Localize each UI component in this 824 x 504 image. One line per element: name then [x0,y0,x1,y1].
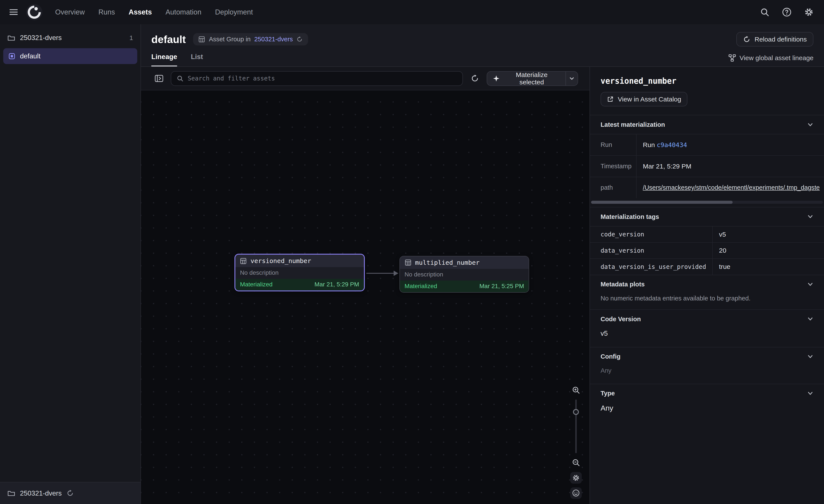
app-root: Overview Runs Assets Automation Deployme… [0,0,824,504]
global-lineage-label: View global asset lineage [740,54,814,61]
sidebar-group-row[interactable]: 250321-dvers 1 [0,27,140,48]
graph-settings-gear-icon[interactable] [570,472,582,484]
dagster-logo-icon[interactable] [25,3,43,21]
config-value: Any [590,366,824,384]
zoom-slider-thumb[interactable] [573,409,579,415]
collapse-panel-icon[interactable] [152,72,166,85]
menu-icon[interactable] [5,4,22,20]
tag-key: code_version [590,226,713,243]
materialization-tags-header[interactable]: Materialization tags [590,208,824,226]
metadata-plots-section: Metadata plots No numeric metadata entri… [590,275,824,309]
folder-icon [7,34,15,42]
zoom-slider[interactable] [570,399,582,453]
materialized-timestamp: Mar 21, 5:25 PM [479,283,524,290]
materialize-split-button: Materialize selected [487,71,578,86]
badge-group-link[interactable]: 250321-dvers [254,36,293,43]
refresh-icon[interactable] [67,490,74,497]
run-prefix: Run [643,141,655,148]
latest-materialization-header[interactable]: Latest materialization [590,115,824,134]
lineage-edge [366,269,399,277]
code-version-header[interactable]: Code Version [590,310,824,328]
run-id-link[interactable]: c9a40434 [657,141,687,149]
sidebar-group-name: 250321-dvers [20,34,62,42]
zoom-in-icon[interactable] [570,384,582,396]
latest-materialization-section: Latest materialization Run Run c9a40434 [590,115,824,207]
tab-bar: Lineage List View global asset lineage [141,46,824,67]
tag-value: v5 [713,226,824,243]
refresh-graph-icon[interactable] [468,72,482,85]
horizontal-scrollbar [591,201,823,204]
zoom-slider-track[interactable] [575,399,577,453]
view-global-lineage-link[interactable]: View global asset lineage [728,54,814,61]
materialization-tags-table: code_version v5 data_version 20 data_ver… [590,226,824,275]
asset-group-icon [8,53,15,60]
nav-assets[interactable]: Assets [122,0,159,24]
tab-list[interactable]: List [191,53,203,67]
asset-detail-title: versioned_number [601,76,814,86]
page-header: default Asset Group in 250321-dvers Relo… [141,24,824,67]
asset-table-icon [405,259,412,266]
materialized-status: Materialized [240,281,272,288]
sidebar-item-default[interactable]: default [3,48,137,64]
asset-node-versioned-number[interactable]: versioned_number No description Material… [234,254,365,291]
view-in-asset-catalog-button[interactable]: View in Asset Catalog [601,92,687,106]
sparkle-icon [493,75,500,82]
materialized-timestamp: Mar 21, 5:29 PM [314,281,359,288]
lineage-toolbar: Materialize selected [141,67,590,91]
reload-definitions-button[interactable]: Reload definitions [736,32,814,46]
zoom-out-icon[interactable] [570,457,582,468]
top-nav: Overview Runs Assets Automation Deployme… [0,0,824,24]
type-header[interactable]: Type [590,384,824,403]
nav-overview[interactable]: Overview [48,0,92,24]
path-link[interactable]: /Users/smackesey/stm/code/elementl/exper… [643,184,824,191]
table-row: code_version v5 [590,226,824,243]
chevron-down-icon [807,122,813,128]
search-icon [177,75,184,82]
refresh-icon[interactable] [296,36,303,42]
tag-key: data_version_is_user_provided [590,259,713,275]
section-title: Materialization tags [601,213,659,221]
asset-group-badge[interactable]: Asset Group in 250321-dvers [193,33,308,45]
main-nav: Overview Runs Assets Automation Deployme… [48,0,260,24]
scrollbar-thumb[interactable] [591,201,732,204]
table-row: Timestamp Mar 21, 5:29 PM [590,155,824,177]
table-row: Run Run c9a40434 [590,134,824,155]
external-link-icon [607,96,614,103]
badge-prefix: Asset Group in [209,36,251,43]
materialize-dropdown-caret[interactable] [565,72,578,86]
asset-node-multiplied-number[interactable]: multiplied_number No description Materia… [399,256,529,293]
settings-gear-icon[interactable] [803,6,815,18]
materialize-label: Materialize selected [504,71,560,86]
reload-icon [743,36,750,43]
tag-key: data_version [590,243,713,259]
search-input[interactable] [188,75,457,82]
chevron-down-icon [807,214,813,220]
folder-icon [7,489,15,497]
latest-materialization-table: Run Run c9a40434 Timestamp Mar 21, 5:29 … [590,134,824,198]
section-title: Latest materialization [601,121,665,128]
nav-deployment[interactable]: Deployment [208,0,260,24]
nav-runs[interactable]: Runs [92,0,122,24]
tab-lineage[interactable]: Lineage [151,53,177,67]
sidebar-footer-label: 250321-dvers [20,489,62,497]
catalog-button-label: View in Asset Catalog [618,96,681,103]
row-label: Timestamp [590,155,636,177]
materialize-selected-button[interactable]: Materialize selected [487,72,565,86]
lineage-pane: Materialize selected [141,67,590,504]
nav-automation[interactable]: Automation [159,0,208,24]
asset-groups-sidebar: 250321-dvers 1 default 250321-dvers [0,24,141,504]
search-icon[interactable] [759,6,770,18]
chevron-down-icon [807,354,813,360]
code-version-value: v5 [590,328,824,347]
metadata-plots-header[interactable]: Metadata plots [590,275,824,294]
lineage-canvas[interactable]: versioned_number No description Material… [141,91,590,504]
asset-details-panel: versioned_number View in Asset Catalog L… [590,67,824,504]
config-header[interactable]: Config [590,347,824,366]
app-shell: 250321-dvers 1 default 250321-dvers defa… [0,24,824,504]
feedback-smiley-icon[interactable] [570,487,582,499]
asset-node-name: versioned_number [250,257,311,265]
lineage-graph-icon [728,54,736,61]
table-row: path /Users/smackesey/stm/code/elementl/… [590,177,824,198]
sidebar-footer-location[interactable]: 250321-dvers [0,482,140,504]
help-icon[interactable] [781,6,792,18]
